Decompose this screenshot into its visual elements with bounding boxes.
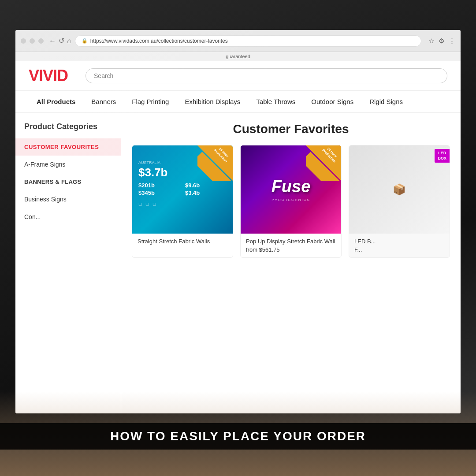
page-title: Customer Favorites [132, 122, 450, 136]
product-name-2: Pop Up Display Stretch Fabric Wall [246, 238, 336, 245]
product-image-2: Fuse PYROTECHNICS 24 HourProduction [241, 145, 341, 234]
guaranteed-bar: guaranteed [15, 52, 461, 61]
product-info-1: Straight Stretch Fabric Walls [132, 234, 233, 249]
nav-exhibition-displays[interactable]: Exhibition Displays [177, 91, 248, 112]
led-placeholder: 📦 [393, 183, 406, 196]
product-image-1: ANZ AUSTRALIA $3.7b $201b $9.6b $345b $3… [132, 145, 233, 234]
menu-icon[interactable]: ⋮ [449, 37, 455, 45]
nav-all-products[interactable]: All Products [29, 91, 83, 112]
browser-navigation: ← ↺ ⌂ [49, 37, 71, 45]
site-logo[interactable]: VIVID [29, 67, 68, 85]
product-name-3: LED B... [354, 238, 444, 245]
anz-icon-3: ◻ [152, 201, 156, 206]
product-card-2[interactable]: Fuse PYROTECHNICS 24 HourProduction Pop … [240, 145, 342, 258]
ribbon-2: 24 HourProduction [306, 145, 341, 181]
product-price-3: F... [354, 246, 444, 253]
sidebar-title: Product Categories [15, 122, 121, 138]
nav-rigid-signs[interactable]: Rigid Signs [361, 91, 411, 112]
nav-banners[interactable]: Banners [83, 91, 124, 112]
sidebar-item-con[interactable]: Con... [15, 208, 121, 226]
main-navigation: All Products Banners Flag Printing Exhib… [15, 91, 461, 113]
products-grid: ANZ AUSTRALIA $3.7b $201b $9.6b $345b $3… [132, 145, 450, 258]
website-content: guaranteed VIVID All Products Banners Fl… [15, 52, 461, 413]
anz-stat-3: $345b [138, 190, 180, 196]
home-icon[interactable]: ⌂ [67, 37, 71, 45]
caption-bar: HOW TO EASILY PLACE YOUR ORDER [0, 423, 476, 450]
browser-btn-2 [30, 38, 35, 44]
url-text: https://www.vividads.com.au/collections/… [90, 38, 228, 44]
main-layout: Product Categories CUSTOMER FAVOURITES A… [15, 113, 461, 413]
sidebar-item-customer-favourites[interactable]: CUSTOMER FAVOURITES [15, 138, 121, 156]
bookmark-icon[interactable]: ☆ [428, 37, 434, 45]
anz-stats: $201b $9.6b $345b $3.4b [138, 182, 227, 196]
caption-text: HOW TO EASILY PLACE YOUR ORDER [9, 429, 467, 443]
sidebar-item-banners-flags[interactable]: BANNERS & FLAGS [15, 173, 121, 190]
browser-btn-1 [21, 38, 26, 44]
browser-screen: ← ↺ ⌂ 🔒 https://www.vividads.com.au/coll… [15, 30, 461, 413]
product-info-2: Pop Up Display Stretch Fabric Wall from … [241, 234, 341, 257]
anz-stat-2: $9.6b [185, 182, 227, 189]
nav-flag-printing[interactable]: Flag Printing [124, 91, 177, 112]
nav-outdoor-signs[interactable]: Outdoor Signs [303, 91, 361, 112]
back-icon[interactable]: ← [49, 37, 56, 45]
lock-icon: 🔒 [82, 38, 88, 44]
sidebar-item-a-frame-signs[interactable]: A-Frame Signs [15, 156, 121, 173]
product-image-3: 📦 LED BOX [349, 145, 450, 234]
product-price-2: from $561.75 [246, 246, 336, 253]
anz-stat-4: $3.4b [185, 190, 227, 196]
product-card-1[interactable]: ANZ AUSTRALIA $3.7b $201b $9.6b $345b $3… [132, 145, 233, 258]
sidebar-item-business-signs[interactable]: Business Signs [15, 190, 121, 208]
site-header: VIVID [15, 61, 461, 91]
extensions-icon[interactable]: ⚙ [439, 37, 444, 45]
search-input[interactable] [86, 68, 447, 83]
anz-stat-1: $201b [138, 182, 180, 189]
refresh-icon[interactable]: ↺ [59, 37, 64, 45]
led-badge-line1: LED [438, 151, 446, 156]
led-badge: LED BOX [435, 149, 450, 163]
anz-icons-row: ◻ ◻ ◻ [138, 201, 227, 206]
product-name-1: Straight Stretch Fabric Walls [138, 238, 227, 245]
browser-btn-3 [38, 38, 44, 44]
anz-icon-1: ◻ [138, 201, 142, 206]
ribbon-1: 24 HourProduction [197, 145, 233, 181]
address-bar[interactable]: 🔒 https://www.vividads.com.au/collection… [75, 35, 421, 47]
anz-icon-2: ◻ [145, 201, 149, 206]
product-card-3[interactable]: 📦 LED BOX LED B... F... [349, 145, 450, 258]
fuse-subtitle: PYROTECHNICS [271, 198, 310, 202]
guaranteed-text: guaranteed [226, 54, 250, 59]
sidebar: Product Categories CUSTOMER FAVOURITES A… [15, 113, 121, 413]
main-content: Customer Favorites ANZ AUSTRALIA $3.7b $… [121, 113, 461, 413]
led-badge-line2: BOX [438, 156, 446, 161]
fuse-name: Fuse [271, 177, 311, 196]
browser-actions: ☆ ⚙ ⋮ [428, 37, 455, 45]
product-info-3: LED B... F... [349, 234, 450, 257]
browser-chrome: ← ↺ ⌂ 🔒 https://www.vividads.com.au/coll… [15, 30, 461, 52]
nav-table-throws[interactable]: Table Throws [248, 91, 303, 112]
